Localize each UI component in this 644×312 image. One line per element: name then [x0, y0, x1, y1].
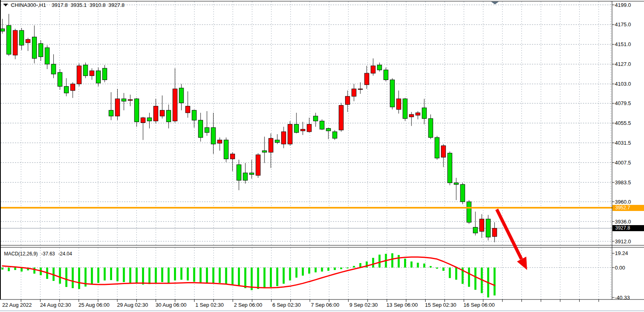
time-axis-label: 24 Aug 02:30 — [40, 302, 71, 308]
candle-body-bearish — [45, 48, 49, 64]
candle-body-bearish — [333, 132, 337, 138]
macd-histogram-bar — [155, 268, 157, 283]
macd-histogram-bar — [199, 268, 201, 282]
macd-histogram-bar — [225, 268, 227, 284]
macd-histogram-bar — [270, 268, 272, 287]
candle-body-bearish — [428, 118, 433, 137]
candle-body-bullish — [441, 146, 446, 158]
macd-histogram-bar — [104, 268, 106, 280]
macd-histogram-bar — [136, 268, 138, 284]
macd-histogram-bar — [391, 253, 393, 268]
candle-body-bullish — [70, 84, 75, 91]
macd-histogram-bar — [244, 268, 246, 288]
candle-body-bearish — [51, 64, 56, 74]
macd-signal-line — [2, 257, 495, 288]
candle-body-bearish — [448, 153, 452, 183]
macd-histogram-bar — [123, 268, 125, 282]
candle-body-bearish — [243, 173, 248, 180]
macd-histogram-bar — [2, 268, 4, 270]
candle-body-bearish — [211, 128, 216, 144]
candle-body-bullish — [352, 89, 356, 96]
symbol-dropdown-icon[interactable] — [3, 4, 8, 6]
candle-body-bullish — [301, 129, 305, 131]
candle-body-bearish — [205, 128, 209, 133]
candle-body-bullish — [480, 219, 484, 232]
ohlc-close-value: 3927.8 — [108, 2, 125, 8]
macd-histogram-bar — [353, 266, 355, 268]
macd-histogram-bar — [379, 255, 381, 268]
candle-body-bullish — [90, 71, 94, 76]
macd-histogram-bar — [321, 268, 323, 272]
macd-histogram-bar — [347, 268, 349, 268]
indicator-macd-value: -37.63 — [41, 251, 55, 257]
chart-header: CHINA300-,H1 3917.8 3935.1 3910.8 3927.8 — [3, 2, 127, 8]
time-axis-label: 29 Aug 02:30 — [117, 302, 148, 308]
candle-body-bearish — [166, 110, 171, 122]
candle-body-bullish — [396, 99, 401, 109]
time-axis-label: 22 Aug 2022 — [2, 302, 32, 308]
candle-body-bearish — [384, 70, 388, 80]
macd-histogram-bar — [404, 259, 406, 268]
macd-histogram-bar — [449, 268, 451, 278]
candle-body-bearish — [422, 108, 426, 118]
macd-histogram-bar — [117, 268, 119, 281]
candle-body-bullish — [345, 96, 350, 104]
macd-histogram-bar — [238, 268, 240, 286]
macd-histogram-bar — [148, 268, 150, 284]
annotation-arrow-shaft[interactable] — [497, 209, 521, 259]
macd-histogram-bar — [411, 261, 413, 268]
candle-body-bullish — [288, 124, 292, 144]
macd-histogram-bar — [417, 263, 419, 268]
macd-histogram-bar — [193, 268, 195, 282]
macd-histogram-bar — [34, 268, 36, 274]
macd-histogram-bar — [455, 268, 457, 280]
time-axis-label: 16 Sep 06:00 — [464, 302, 495, 308]
candle-body-bearish — [460, 184, 465, 202]
macd-histogram-bar — [187, 268, 189, 280]
candle-body-bullish — [358, 89, 362, 90]
ohlc-high-value: 3935.1 — [70, 2, 87, 8]
macd-histogram-bar — [78, 268, 80, 289]
time-axis-label: 9 Sep 02:30 — [350, 302, 378, 308]
chart-canvas[interactable]: 4199.04175.04151.04127.04103.04079.54055… — [0, 0, 644, 312]
candle-body-bearish — [275, 140, 280, 142]
candle-body-bearish — [237, 164, 241, 180]
macd-histogram-bar — [180, 268, 182, 280]
candle-body-bearish — [38, 44, 43, 57]
trading-chart-window: 4199.04175.04151.04127.04103.04079.54055… — [0, 0, 644, 312]
macd-histogram-bar — [334, 268, 336, 270]
macd-histogram-bar — [327, 268, 329, 271]
candle-body-bearish — [473, 227, 478, 233]
candle-body-bullish — [230, 154, 235, 159]
macd-histogram-bar — [443, 268, 445, 271]
candle-body-bearish — [390, 80, 394, 107]
candle-body-bearish — [377, 65, 382, 70]
candle-body-bullish — [371, 66, 375, 73]
macd-histogram-bar — [174, 268, 176, 280]
candle-body-bearish — [83, 65, 88, 76]
candle-body-bearish — [326, 129, 330, 131]
candle-body-bearish — [102, 68, 107, 80]
macd-histogram-bar — [398, 255, 400, 268]
macd-axis-label: 19.24 — [615, 250, 628, 256]
macd-histogram-bar — [231, 268, 233, 285]
macd-histogram-bar — [206, 268, 208, 283]
candle-body-bullish — [186, 106, 190, 113]
candle-body-bearish — [58, 72, 62, 86]
macd-histogram-bar — [142, 268, 144, 285]
candle-body-bullish — [307, 124, 311, 132]
price-axis-label: 4199.0 — [615, 2, 631, 8]
time-axis-label: 30 Aug 06:00 — [155, 302, 186, 308]
macd-histogram-bar — [91, 268, 93, 285]
price-axis-label: 4175.0 — [615, 21, 631, 27]
candle-body-bullish — [128, 99, 133, 100]
candle-body-bearish — [224, 140, 229, 159]
macd-histogram-bar — [8, 268, 10, 271]
chart-shift-marker-icon[interactable] — [491, 2, 499, 4]
price-axis-label: 4127.0 — [615, 61, 631, 67]
macd-histogram-bar — [315, 268, 317, 272]
macd-histogram-bar — [263, 268, 265, 288]
time-axis-label: 13 Sep 06:00 — [386, 302, 417, 308]
candle-body-bearish — [294, 124, 299, 133]
current-price-tag: 3927.8 — [612, 225, 644, 231]
